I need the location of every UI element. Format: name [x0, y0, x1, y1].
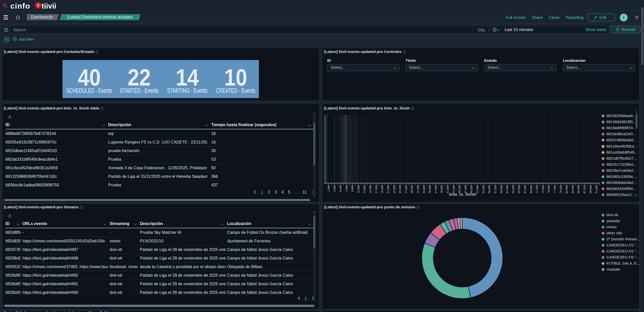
- svg-text:17,000: 17,000: [375, 185, 378, 193]
- svg-text:1,000: 1,000: [327, 185, 330, 192]
- svg-text:61,000: 61,000: [506, 185, 509, 193]
- svg-text:55,000: 55,000: [488, 185, 491, 193]
- svg-text:19,000: 19,000: [381, 185, 384, 193]
- svg-text:15,000: 15,000: [369, 185, 372, 193]
- svg-text:39,000: 39,000: [440, 185, 443, 193]
- svg-text:13,000: 13,000: [363, 185, 366, 193]
- svg-text:89,000: 89,000: [589, 185, 592, 193]
- svg-text:11,000: 11,000: [357, 185, 360, 193]
- svg-text:83,000: 83,000: [571, 185, 574, 193]
- svg-text:51,000: 51,000: [476, 185, 479, 193]
- svg-text:27,000: 27,000: [405, 185, 408, 193]
- svg-text:85,000: 85,000: [577, 185, 580, 193]
- svg-text:23,000: 23,000: [393, 185, 396, 193]
- svg-text:59,000: 59,000: [500, 185, 503, 193]
- svg-text:71,000: 71,000: [535, 185, 538, 193]
- svg-text:65,000: 65,000: [517, 185, 520, 193]
- svg-text:31,000: 31,000: [416, 185, 419, 193]
- svg-text:53,000: 53,000: [482, 185, 485, 193]
- svg-text:57,000: 57,000: [494, 185, 497, 193]
- svg-text:73,000: 73,000: [541, 185, 544, 193]
- svg-text:77,000: 77,000: [553, 185, 556, 193]
- svg-text:9,000: 9,000: [351, 185, 354, 192]
- svg-text:63,000: 63,000: [512, 185, 515, 193]
- svg-text:3,000: 3,000: [333, 185, 336, 192]
- svg-text:29,000: 29,000: [410, 185, 413, 193]
- svg-text:25,000: 25,000: [398, 185, 402, 193]
- svg-text:5,000: 5,000: [339, 185, 342, 192]
- svg-text:91,000: 91,000: [595, 185, 598, 193]
- svg-text:87,000: 87,000: [583, 185, 586, 193]
- svg-text:21,000: 21,000: [387, 185, 390, 193]
- svg-text:7,000: 7,000: [345, 185, 348, 192]
- svg-text:75,000: 75,000: [547, 185, 550, 193]
- svg-text:37,000: 37,000: [434, 185, 437, 193]
- svg-text:81,000: 81,000: [565, 185, 568, 193]
- svg-text:33,000: 33,000: [422, 185, 425, 193]
- svg-text:69,000: 69,000: [530, 185, 533, 193]
- svg-text:35,000: 35,000: [428, 185, 431, 193]
- svg-text:67,000: 67,000: [524, 185, 527, 193]
- svg-text:79,000: 79,000: [559, 185, 562, 193]
- svg-text:time_to_finish: time_to_finish: [449, 192, 476, 196]
